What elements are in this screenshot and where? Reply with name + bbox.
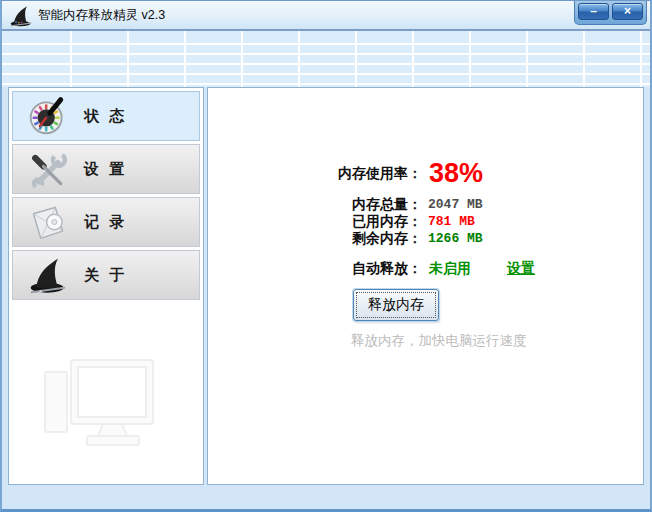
auto-release-settings-link[interactable]: 设置 — [507, 260, 535, 278]
free-memory-value: 1266 MB — [428, 231, 483, 246]
window-title: 智能内存释放精灵 v2.3 — [38, 7, 165, 24]
memory-usage-row: 内存使用率： 38% — [208, 160, 643, 187]
free-memory-label: 剩余内存： — [208, 230, 422, 248]
memory-detail-rows: 内存总量： 2047 MB 已用内存： 781 MB 剩余内存： 1266 MB — [208, 196, 643, 247]
close-button[interactable]: × — [612, 3, 643, 20]
total-memory-value: 2047 MB — [428, 197, 483, 212]
sidebar-item-label: 状 态 — [84, 107, 127, 126]
total-memory-row: 内存总量： 2047 MB — [208, 196, 643, 213]
titlebar: 智能内存释放精灵 v2.3 – × — [2, 1, 650, 29]
auto-release-label: 自动释放： — [208, 260, 422, 278]
used-memory-label: 已用内存： — [208, 213, 422, 231]
release-hint-text: 释放内存，加快电脑运行速度 — [351, 332, 643, 350]
app-window: 智能内存释放精灵 v2.3 – × — [0, 0, 652, 512]
sidebar-item-label: 记 录 — [84, 213, 127, 232]
used-memory-value: 781 MB — [428, 214, 475, 229]
status-panel: 内存使用率： 38% 内存总量： 2047 MB 已用内存： 781 MB 剩余… — [207, 87, 644, 485]
gauge-icon — [28, 96, 68, 136]
memory-usage-value: 38% — [429, 160, 483, 187]
minimize-button[interactable]: – — [578, 3, 609, 20]
wizard-hat-icon — [28, 255, 68, 295]
sidebar-item-about[interactable]: 关 于 — [12, 250, 200, 300]
sidebar-item-label: 设 置 — [84, 160, 127, 179]
records-icon — [28, 202, 68, 242]
tools-icon — [28, 149, 68, 189]
sidebar-panel: 状 态 设 置 — [8, 87, 204, 485]
sidebar-item-settings[interactable]: 设 置 — [12, 144, 200, 194]
auto-release-status: 未启用 — [429, 260, 471, 278]
free-memory-row: 剩余内存： 1266 MB — [208, 230, 643, 247]
computer-watermark — [35, 352, 167, 458]
used-memory-row: 已用内存： 781 MB — [208, 213, 643, 230]
release-memory-button[interactable]: 释放内存 — [353, 289, 439, 321]
body-area: 状 态 设 置 — [8, 87, 644, 485]
memory-usage-label: 内存使用率： — [208, 165, 422, 183]
sidebar-item-records[interactable]: 记 录 — [12, 197, 200, 247]
sidebar-item-label: 关 于 — [84, 266, 127, 285]
sidebar-item-status[interactable]: 状 态 — [12, 91, 200, 141]
history-grid — [2, 29, 650, 87]
window-controls: – × — [574, 1, 647, 25]
total-memory-label: 内存总量： — [208, 196, 422, 214]
auto-release-row: 自动释放： 未启用 设置 — [208, 260, 643, 278]
wizard-hat-app-icon — [9, 4, 33, 28]
